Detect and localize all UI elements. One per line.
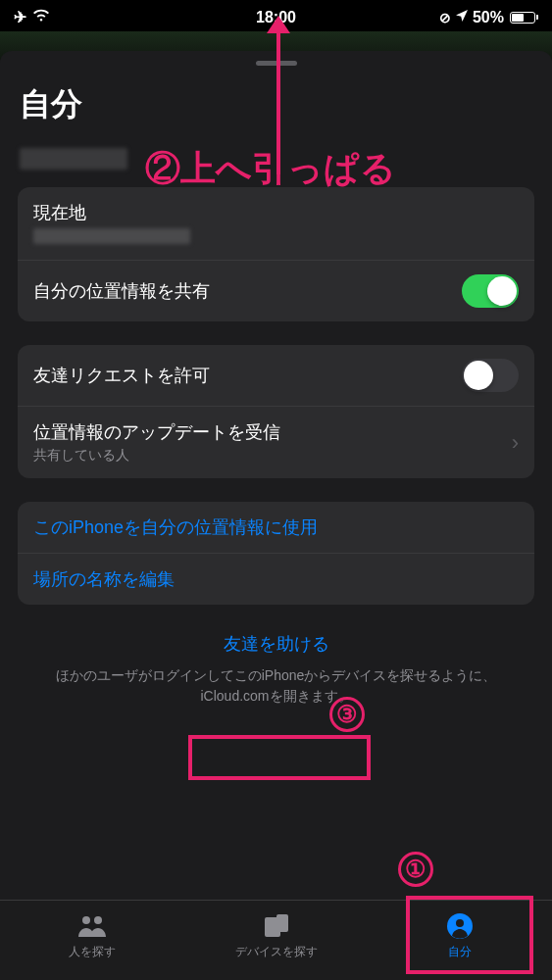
current-location-label: 現在地 [33,201,519,224]
svg-point-1 [94,916,102,924]
tab-devices[interactable]: デバイスを探す [184,901,369,972]
tab-people[interactable]: 人を探す [0,901,184,972]
group-friends: 友達リクエストを許可 位置情報のアップデートを受信 共有している人 › [18,345,534,478]
annotation-arrow-up [276,29,280,174]
battery-percent: 50% [473,9,504,26]
tab-people-label: 人を探す [69,944,116,960]
help-friend-link[interactable]: 友達を助ける [224,632,329,656]
annotation-box-1 [406,896,533,974]
svg-point-0 [82,916,90,924]
people-icon [75,912,109,940]
tab-devices-label: デバイスを探す [235,944,318,960]
chevron-right-icon: › [512,430,519,456]
me-sheet: 自分 現在地 自分の位置情報を共有 友達リクエストを許可 位置情報のアップデート… [0,51,552,980]
svg-rect-3 [276,914,288,932]
use-this-iphone-row[interactable]: このiPhoneを自分の位置情報に使用 [18,502,534,553]
airplane-icon: ✈︎ [14,8,26,26]
location-updates-sub: 共有している人 [33,447,512,465]
battery-icon [508,12,538,24]
current-location-row[interactable]: 現在地 [18,187,534,260]
current-location-value-redacted [33,228,190,244]
help-friend-desc: ほかのユーザがログインしてこのiPhoneからデバイスを探せるように、iClou… [29,665,523,707]
friend-request-toggle[interactable] [462,359,519,392]
friend-request-row: 友達リクエストを許可 [18,345,534,406]
group-links: このiPhoneを自分の位置情報に使用 場所の名称を編集 [18,502,534,605]
annotation-box-3 [188,735,371,780]
location-icon [455,9,469,26]
group-location: 現在地 自分の位置情報を共有 [18,187,534,321]
location-updates-label: 位置情報のアップデートを受信 [33,420,512,444]
user-name-redacted [20,148,127,170]
devices-icon [263,912,290,940]
wifi-icon [32,9,50,26]
use-this-iphone-label: このiPhoneを自分の位置情報に使用 [33,515,318,539]
help-friend-section: 友達を助ける ほかのユーザがログインしてこのiPhoneからデバイスを探せるよう… [0,632,552,707]
location-updates-row[interactable]: 位置情報のアップデートを受信 共有している人 › [18,406,534,478]
share-location-toggle[interactable] [462,274,519,308]
orientation-lock-icon: ⊘ [439,10,451,25]
friend-request-label: 友達リクエストを許可 [33,364,462,387]
share-location-row: 自分の位置情報を共有 [18,260,534,321]
share-location-label: 自分の位置情報を共有 [33,279,462,303]
edit-place-name-row[interactable]: 場所の名称を編集 [18,553,534,605]
edit-place-name-label: 場所の名称を編集 [33,567,175,591]
